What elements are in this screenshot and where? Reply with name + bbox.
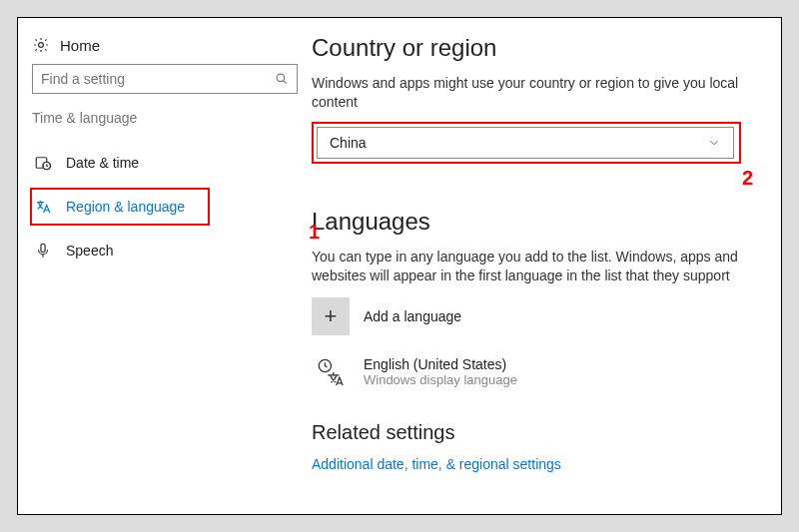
svg-line-2 (284, 81, 287, 84)
language-item[interactable]: English (United States) Windows display … (312, 353, 759, 391)
annotation-1: Region & language (32, 188, 298, 226)
settings-window: Home Time & language Date & time (17, 17, 782, 515)
country-selected-value: China (330, 135, 367, 151)
related-link[interactable]: Additional date, time, & regional settin… (312, 456, 759, 472)
display-language-icon (312, 353, 350, 391)
related-section: Related settings Additional date, time, … (312, 421, 759, 472)
sidebar-item-label: Speech (66, 243, 113, 259)
country-dropdown[interactable]: China (317, 127, 734, 159)
home-label: Home (60, 37, 100, 54)
gear-icon (32, 36, 50, 54)
svg-point-0 (39, 43, 44, 48)
search-input[interactable] (41, 71, 275, 87)
language-name: English (United States) (364, 356, 517, 372)
related-heading: Related settings (312, 421, 759, 444)
svg-rect-6 (41, 244, 45, 252)
main-panel: Country or region Windows and apps might… (312, 18, 781, 514)
language-character-icon (34, 198, 52, 216)
languages-heading: Languages (312, 208, 759, 236)
search-icon (275, 72, 289, 86)
search-box[interactable] (32, 64, 298, 94)
region-heading: Country or region (312, 34, 759, 62)
sidebar-item-speech[interactable]: Speech (32, 232, 298, 269)
svg-point-1 (277, 74, 285, 82)
language-subtitle: Windows display language (364, 372, 517, 387)
sidebar-item-label: Date & time (66, 155, 139, 171)
microphone-icon (34, 242, 52, 260)
region-description: Windows and apps might use your country … (312, 74, 759, 112)
sidebar-item-date-time[interactable]: Date & time (32, 144, 298, 182)
add-language-label: Add a language (364, 308, 461, 324)
chevron-down-icon (707, 136, 721, 150)
plus-icon: + (312, 297, 350, 335)
sidebar-item-region-language[interactable]: Region & language (30, 188, 210, 226)
highlight-box-2: China (312, 122, 741, 164)
add-language-button[interactable]: + Add a language (312, 297, 759, 335)
home-nav[interactable]: Home (32, 30, 298, 64)
languages-description: You can type in any language you add to … (312, 248, 759, 285)
sidebar: Home Time & language Date & time (18, 18, 312, 514)
annotation-2: China (312, 122, 759, 164)
category-label: Time & language (32, 110, 298, 126)
clock-calendar-icon (34, 154, 52, 172)
sidebar-item-label: Region & language (66, 199, 185, 215)
language-text: English (United States) Windows display … (364, 356, 517, 387)
